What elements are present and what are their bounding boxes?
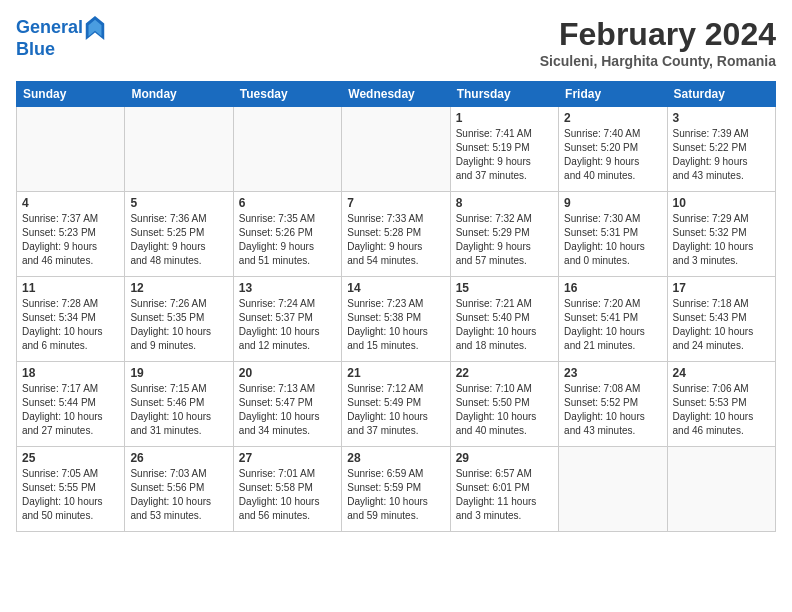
- title-block: February 2024 Siculeni, Harghita County,…: [540, 16, 776, 69]
- day-number: 25: [22, 451, 119, 465]
- calendar-cell: 17Sunrise: 7:18 AMSunset: 5:43 PMDayligh…: [667, 277, 775, 362]
- day-number: 21: [347, 366, 444, 380]
- day-number: 14: [347, 281, 444, 295]
- calendar-cell: [125, 107, 233, 192]
- day-info: Sunrise: 7:13 AMSunset: 5:47 PMDaylight:…: [239, 382, 336, 438]
- month-title: February 2024: [540, 16, 776, 53]
- calendar-cell: 16Sunrise: 7:20 AMSunset: 5:41 PMDayligh…: [559, 277, 667, 362]
- weekday-header: Sunday: [17, 82, 125, 107]
- day-number: 10: [673, 196, 770, 210]
- day-number: 28: [347, 451, 444, 465]
- day-info: Sunrise: 7:03 AMSunset: 5:56 PMDaylight:…: [130, 467, 227, 523]
- day-info: Sunrise: 7:33 AMSunset: 5:28 PMDaylight:…: [347, 212, 444, 268]
- day-number: 22: [456, 366, 553, 380]
- day-number: 1: [456, 111, 553, 125]
- day-number: 20: [239, 366, 336, 380]
- calendar-cell: 18Sunrise: 7:17 AMSunset: 5:44 PMDayligh…: [17, 362, 125, 447]
- day-number: 6: [239, 196, 336, 210]
- day-info: Sunrise: 7:36 AMSunset: 5:25 PMDaylight:…: [130, 212, 227, 268]
- calendar-cell: 10Sunrise: 7:29 AMSunset: 5:32 PMDayligh…: [667, 192, 775, 277]
- calendar-cell: 20Sunrise: 7:13 AMSunset: 5:47 PMDayligh…: [233, 362, 341, 447]
- day-info: Sunrise: 7:01 AMSunset: 5:58 PMDaylight:…: [239, 467, 336, 523]
- day-info: Sunrise: 7:41 AMSunset: 5:19 PMDaylight:…: [456, 127, 553, 183]
- day-number: 15: [456, 281, 553, 295]
- day-info: Sunrise: 7:05 AMSunset: 5:55 PMDaylight:…: [22, 467, 119, 523]
- weekday-header: Monday: [125, 82, 233, 107]
- day-info: Sunrise: 7:23 AMSunset: 5:38 PMDaylight:…: [347, 297, 444, 353]
- calendar-cell: 19Sunrise: 7:15 AMSunset: 5:46 PMDayligh…: [125, 362, 233, 447]
- day-number: 4: [22, 196, 119, 210]
- page-header: General Blue February 2024 Siculeni, Har…: [16, 16, 776, 69]
- day-number: 5: [130, 196, 227, 210]
- day-number: 18: [22, 366, 119, 380]
- day-info: Sunrise: 7:20 AMSunset: 5:41 PMDaylight:…: [564, 297, 661, 353]
- day-number: 26: [130, 451, 227, 465]
- weekday-header: Thursday: [450, 82, 558, 107]
- day-info: Sunrise: 7:37 AMSunset: 5:23 PMDaylight:…: [22, 212, 119, 268]
- calendar-cell: [342, 107, 450, 192]
- logo-text-blue: Blue: [16, 40, 105, 60]
- day-number: 23: [564, 366, 661, 380]
- calendar-cell: 23Sunrise: 7:08 AMSunset: 5:52 PMDayligh…: [559, 362, 667, 447]
- calendar-cell: 27Sunrise: 7:01 AMSunset: 5:58 PMDayligh…: [233, 447, 341, 532]
- calendar-week-row: 11Sunrise: 7:28 AMSunset: 5:34 PMDayligh…: [17, 277, 776, 362]
- calendar-table: SundayMondayTuesdayWednesdayThursdayFrid…: [16, 81, 776, 532]
- day-number: 16: [564, 281, 661, 295]
- location-subtitle: Siculeni, Harghita County, Romania: [540, 53, 776, 69]
- logo-text: General: [16, 18, 83, 38]
- calendar-cell: 14Sunrise: 7:23 AMSunset: 5:38 PMDayligh…: [342, 277, 450, 362]
- calendar-cell: 11Sunrise: 7:28 AMSunset: 5:34 PMDayligh…: [17, 277, 125, 362]
- day-info: Sunrise: 6:57 AMSunset: 6:01 PMDaylight:…: [456, 467, 553, 523]
- day-info: Sunrise: 7:24 AMSunset: 5:37 PMDaylight:…: [239, 297, 336, 353]
- calendar-cell: 24Sunrise: 7:06 AMSunset: 5:53 PMDayligh…: [667, 362, 775, 447]
- calendar-cell: 22Sunrise: 7:10 AMSunset: 5:50 PMDayligh…: [450, 362, 558, 447]
- day-info: Sunrise: 7:12 AMSunset: 5:49 PMDaylight:…: [347, 382, 444, 438]
- calendar-cell: 25Sunrise: 7:05 AMSunset: 5:55 PMDayligh…: [17, 447, 125, 532]
- calendar-cell: 21Sunrise: 7:12 AMSunset: 5:49 PMDayligh…: [342, 362, 450, 447]
- day-number: 9: [564, 196, 661, 210]
- day-info: Sunrise: 7:06 AMSunset: 5:53 PMDaylight:…: [673, 382, 770, 438]
- day-number: 17: [673, 281, 770, 295]
- weekday-header: Wednesday: [342, 82, 450, 107]
- calendar-cell: 2Sunrise: 7:40 AMSunset: 5:20 PMDaylight…: [559, 107, 667, 192]
- day-number: 3: [673, 111, 770, 125]
- weekday-header: Tuesday: [233, 82, 341, 107]
- day-number: 7: [347, 196, 444, 210]
- day-number: 11: [22, 281, 119, 295]
- calendar-cell: [559, 447, 667, 532]
- day-info: Sunrise: 7:32 AMSunset: 5:29 PMDaylight:…: [456, 212, 553, 268]
- calendar-cell: 3Sunrise: 7:39 AMSunset: 5:22 PMDaylight…: [667, 107, 775, 192]
- calendar-cell: [17, 107, 125, 192]
- calendar-cell: 12Sunrise: 7:26 AMSunset: 5:35 PMDayligh…: [125, 277, 233, 362]
- calendar-week-row: 25Sunrise: 7:05 AMSunset: 5:55 PMDayligh…: [17, 447, 776, 532]
- calendar-cell: [667, 447, 775, 532]
- calendar-cell: 9Sunrise: 7:30 AMSunset: 5:31 PMDaylight…: [559, 192, 667, 277]
- calendar-week-row: 4Sunrise: 7:37 AMSunset: 5:23 PMDaylight…: [17, 192, 776, 277]
- calendar-cell: 6Sunrise: 7:35 AMSunset: 5:26 PMDaylight…: [233, 192, 341, 277]
- day-info: Sunrise: 7:21 AMSunset: 5:40 PMDaylight:…: [456, 297, 553, 353]
- calendar-cell: 4Sunrise: 7:37 AMSunset: 5:23 PMDaylight…: [17, 192, 125, 277]
- calendar-cell: 7Sunrise: 7:33 AMSunset: 5:28 PMDaylight…: [342, 192, 450, 277]
- day-info: Sunrise: 7:18 AMSunset: 5:43 PMDaylight:…: [673, 297, 770, 353]
- calendar-cell: 13Sunrise: 7:24 AMSunset: 5:37 PMDayligh…: [233, 277, 341, 362]
- calendar-cell: 26Sunrise: 7:03 AMSunset: 5:56 PMDayligh…: [125, 447, 233, 532]
- day-info: Sunrise: 7:10 AMSunset: 5:50 PMDaylight:…: [456, 382, 553, 438]
- day-info: Sunrise: 7:30 AMSunset: 5:31 PMDaylight:…: [564, 212, 661, 268]
- day-number: 12: [130, 281, 227, 295]
- calendar-week-row: 18Sunrise: 7:17 AMSunset: 5:44 PMDayligh…: [17, 362, 776, 447]
- calendar-cell: 29Sunrise: 6:57 AMSunset: 6:01 PMDayligh…: [450, 447, 558, 532]
- logo: General Blue: [16, 16, 105, 60]
- day-info: Sunrise: 7:26 AMSunset: 5:35 PMDaylight:…: [130, 297, 227, 353]
- day-number: 24: [673, 366, 770, 380]
- day-info: Sunrise: 7:15 AMSunset: 5:46 PMDaylight:…: [130, 382, 227, 438]
- calendar-cell: 8Sunrise: 7:32 AMSunset: 5:29 PMDaylight…: [450, 192, 558, 277]
- weekday-header: Saturday: [667, 82, 775, 107]
- calendar-week-row: 1Sunrise: 7:41 AMSunset: 5:19 PMDaylight…: [17, 107, 776, 192]
- weekday-header: Friday: [559, 82, 667, 107]
- calendar-cell: 5Sunrise: 7:36 AMSunset: 5:25 PMDaylight…: [125, 192, 233, 277]
- day-number: 2: [564, 111, 661, 125]
- logo-icon: [85, 16, 105, 40]
- calendar-cell: [233, 107, 341, 192]
- calendar-cell: 28Sunrise: 6:59 AMSunset: 5:59 PMDayligh…: [342, 447, 450, 532]
- day-number: 13: [239, 281, 336, 295]
